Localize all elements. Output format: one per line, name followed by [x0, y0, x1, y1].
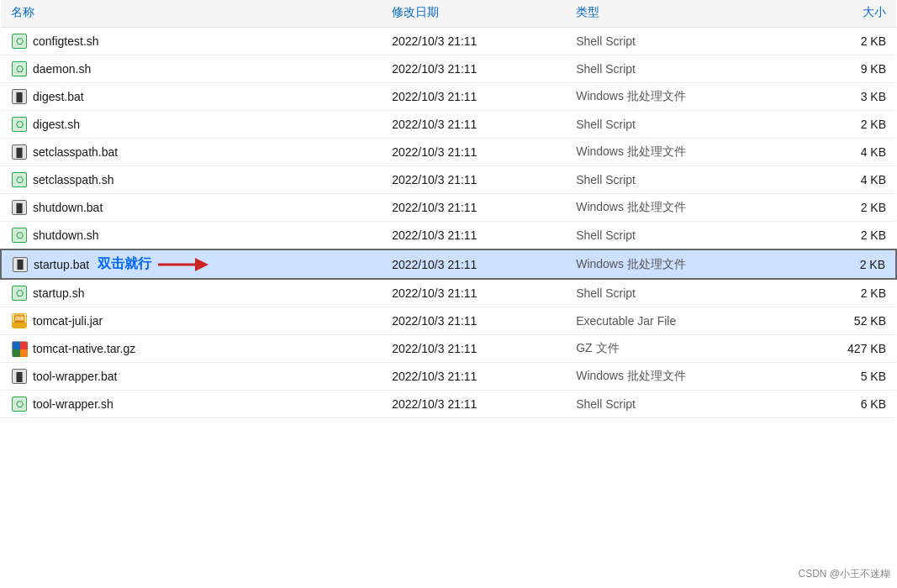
shell-script-icon: ⎔ — [12, 172, 27, 187]
col-modified: 2022/10/3 21:11 — [382, 363, 566, 391]
svg-rect-4 — [20, 342, 28, 349]
table-row[interactable]: ⎔ tool-wrapper.sh 2022/10/3 21:11 Shell … — [1, 391, 896, 418]
file-name: daemon.sh — [33, 62, 91, 76]
file-name-cell: tomcat-native.tar.gz — [11, 340, 135, 357]
col-header-name[interactable]: 名称 — [1, 0, 382, 28]
file-icon: JAR — [11, 312, 28, 329]
file-icon: ⎔ — [11, 285, 28, 302]
col-name: ⎔ setclasspath.sh — [1, 166, 382, 194]
watermark: CSDN @小王不迷糊 — [798, 567, 890, 581]
jar-file-icon: JAR — [12, 313, 27, 328]
table-row[interactable]: ⎔ shutdown.sh 2022/10/3 21:11 Shell Scri… — [1, 222, 896, 250]
file-name-cell: JAR tomcat-juli.jar — [11, 312, 103, 329]
tar-file-icon — [12, 341, 27, 356]
col-type: GZ 文件 — [566, 335, 794, 363]
col-modified: 2022/10/3 21:11 — [382, 28, 566, 55]
col-size: 9 KB — [794, 55, 896, 83]
svg-rect-6 — [20, 349, 28, 357]
file-icon: █ — [11, 368, 28, 385]
table-row[interactable]: ⎔ digest.sh 2022/10/3 21:11 Shell Script… — [1, 111, 896, 139]
col-size: 2 KB — [794, 279, 896, 307]
col-size: 3 KB — [794, 83, 896, 111]
table-row[interactable]: █ shutdown.bat 2022/10/3 21:11 Windows 批… — [1, 194, 896, 222]
file-name-cell: ⎔ configtest.sh — [11, 33, 99, 50]
file-icon: █ — [11, 199, 28, 216]
col-modified: 2022/10/3 21:11 — [382, 111, 566, 139]
file-icon — [11, 340, 28, 357]
file-name-cell: █ shutdown.bat — [11, 199, 103, 216]
table-row[interactable]: JAR tomcat-juli.jar 2022/10/3 21:11 Exec… — [1, 307, 896, 335]
file-name: setclasspath.bat — [33, 145, 118, 159]
col-header-size[interactable]: 大小 — [794, 0, 896, 28]
file-name-cell: ⎔ tool-wrapper.sh — [11, 396, 113, 412]
file-name: shutdown.bat — [33, 201, 103, 214]
col-size: 52 KB — [794, 307, 896, 335]
bat-file-icon: █ — [12, 369, 27, 384]
file-icon: █ — [11, 144, 28, 160]
table-row[interactable]: █ tool-wrapper.bat 2022/10/3 21:11 Windo… — [1, 363, 896, 391]
col-modified: 2022/10/3 21:11 — [382, 83, 566, 111]
col-size: 2 KB — [794, 194, 896, 222]
col-type: Executable Jar File — [566, 307, 794, 335]
file-icon: █ — [12, 256, 29, 273]
shell-script-icon: ⎔ — [12, 61, 27, 76]
col-modified: 2022/10/3 21:11 — [382, 391, 566, 418]
col-modified: 2022/10/3 21:11 — [382, 194, 566, 222]
file-name: configtest.sh — [33, 34, 99, 48]
bat-file-icon: █ — [12, 200, 27, 215]
shell-script-icon: ⎔ — [12, 117, 27, 132]
annotation-area: 双击就行 — [98, 255, 208, 273]
col-type: Shell Script — [566, 55, 794, 83]
col-name: █ digest.bat — [1, 83, 382, 111]
file-name-cell: ⎔ setclasspath.sh — [11, 171, 114, 188]
file-icon: ⎔ — [11, 396, 28, 412]
file-icon: ⎔ — [11, 60, 28, 77]
col-size: 4 KB — [794, 139, 896, 166]
file-name-cell: ⎔ digest.sh — [11, 116, 80, 133]
table-header-row: 名称 修改日期 类型 大小 — [1, 0, 896, 28]
table-row[interactable]: ⎔ setclasspath.sh 2022/10/3 21:11 Shell … — [1, 166, 896, 194]
file-name-cell: ⎔ daemon.sh — [11, 60, 91, 77]
col-name: ⎔ startup.sh — [1, 279, 382, 307]
shell-script-icon: ⎔ — [12, 228, 27, 243]
col-name: ⎔ daemon.sh — [1, 55, 382, 83]
col-name: █ startup.bat 双击就行 — [1, 249, 382, 279]
shell-script-icon: ⎔ — [12, 286, 27, 301]
col-header-modified[interactable]: 修改日期 — [382, 0, 566, 28]
col-header-type[interactable]: 类型 — [566, 0, 794, 28]
svg-text:JAR: JAR — [15, 316, 24, 321]
col-name: ⎔ digest.sh — [1, 111, 382, 139]
col-size: 2 KB — [794, 222, 896, 250]
table-row[interactable]: ⎔ startup.sh 2022/10/3 21:11 Shell Scrip… — [1, 279, 896, 307]
file-icon: ⎔ — [11, 227, 28, 244]
file-name: tomcat-native.tar.gz — [33, 342, 135, 355]
shell-script-icon: ⎔ — [12, 34, 27, 49]
file-name-cell: ⎔ startup.sh — [11, 285, 84, 302]
annotation-text: 双击就行 — [98, 255, 151, 273]
col-type: Shell Script — [566, 166, 794, 194]
col-type: Windows 批处理文件 — [566, 249, 794, 279]
col-name: █ shutdown.bat — [1, 194, 382, 222]
col-size: 2 KB — [794, 111, 896, 139]
file-name: tool-wrapper.sh — [33, 397, 113, 411]
table-row[interactable]: ⎔ daemon.sh 2022/10/3 21:11 Shell Script… — [1, 55, 896, 83]
col-size: 427 KB — [794, 335, 896, 363]
col-modified: 2022/10/3 21:11 — [382, 222, 566, 250]
file-name: tomcat-juli.jar — [33, 314, 103, 328]
table-row[interactable]: █ startup.bat 双击就行 2022/10/3 21:11 Windo… — [1, 249, 896, 279]
table-row[interactable]: █ setclasspath.bat 2022/10/3 21:11 Windo… — [1, 139, 896, 166]
table-row[interactable]: █ digest.bat 2022/10/3 21:11 Windows 批处理… — [1, 83, 896, 111]
table-row[interactable]: ⎔ configtest.sh 2022/10/3 21:11 Shell Sc… — [1, 28, 896, 55]
file-icon: ⎔ — [11, 116, 28, 133]
col-modified: 2022/10/3 21:11 — [382, 55, 566, 83]
col-size: 2 KB — [794, 28, 896, 55]
col-name: ⎔ tool-wrapper.sh — [1, 391, 382, 418]
col-type: Shell Script — [566, 28, 794, 55]
bat-file-icon: █ — [13, 257, 28, 272]
table-row[interactable]: tomcat-native.tar.gz 2022/10/3 21:11 GZ … — [1, 335, 896, 363]
col-modified: 2022/10/3 21:11 — [382, 279, 566, 307]
bat-file-icon: █ — [12, 144, 27, 160]
file-name: digest.sh — [33, 118, 80, 131]
col-name: █ setclasspath.bat — [1, 139, 382, 166]
file-name-cell: █ digest.bat — [11, 88, 84, 105]
